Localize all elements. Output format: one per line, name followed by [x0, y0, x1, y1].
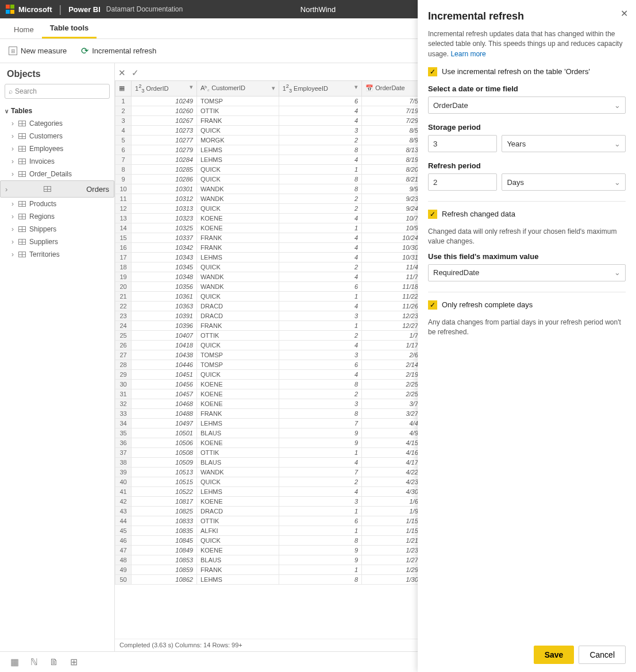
complete-days-desc: Any data changes from partial days in yo…	[428, 318, 626, 337]
new-measure-label: New measure	[21, 47, 67, 55]
table-icon	[18, 159, 26, 164]
sidebar-item-products[interactable]: Products	[0, 198, 114, 210]
table-icon	[18, 121, 26, 126]
sidebar-item-shippers[interactable]: Shippers	[0, 223, 114, 235]
refresh-period-unit[interactable]: Days⌄	[502, 173, 626, 191]
table-icon	[18, 214, 26, 219]
sidebar-item-regions[interactable]: Regions	[0, 210, 114, 223]
new-measure-button[interactable]: ⊞ New measure	[9, 47, 67, 55]
table-icon	[18, 201, 26, 207]
refresh-period-number[interactable]: 2	[428, 173, 497, 191]
chevron-down-icon: ⌄	[614, 268, 620, 277]
checkbox-icon: ✓	[428, 210, 437, 219]
sidebar-item-territories[interactable]: Territories	[0, 248, 114, 261]
view-measure-icon[interactable]: ⊞	[70, 656, 78, 667]
search-input[interactable]: ⌕ Search	[5, 84, 110, 99]
sidebar-item-categories[interactable]: Categories	[0, 117, 114, 130]
brand-product: Power BI	[68, 5, 101, 14]
brand-subtitle: Datamart Documentation	[106, 5, 183, 13]
storage-period-label: Storage period	[428, 123, 626, 132]
sidebar-item-employees[interactable]: Employees	[0, 142, 114, 155]
learn-more-link[interactable]: Learn more	[450, 50, 485, 58]
view-table-icon[interactable]: ▦	[10, 656, 19, 667]
chevron-down-icon: ⌄	[614, 101, 620, 110]
save-button[interactable]: Save	[534, 646, 575, 664]
workspace-title: NorthWind	[300, 5, 336, 14]
max-value-select[interactable]: RequiredDate⌄	[428, 264, 626, 281]
sidebar-item-customers[interactable]: Customers	[0, 130, 114, 142]
table-icon	[18, 239, 26, 245]
refresh-changed-checkbox[interactable]: ✓ Refresh changed data	[428, 210, 626, 219]
storage-period-unit[interactable]: Years⌄	[502, 135, 626, 152]
table-icon	[18, 226, 26, 232]
table-icon	[18, 252, 26, 257]
table-icon	[18, 146, 26, 152]
search-placeholder: Search	[15, 87, 37, 95]
microsoft-logo-icon	[6, 5, 15, 14]
column-header[interactable]: 123 OrderID ▾	[132, 81, 197, 96]
sidebar-header-tables[interactable]: Tables	[0, 102, 114, 117]
chevron-down-icon: ⌄	[614, 178, 620, 187]
storage-period-number[interactable]: 3	[428, 135, 497, 152]
column-header[interactable]: ▦	[115, 81, 132, 96]
use-incremental-label: Use incremental refresh on the table 'Or…	[442, 67, 590, 76]
complete-days-checkbox[interactable]: ✓ Only refresh complete days	[428, 300, 626, 310]
close-icon[interactable]: ✕	[620, 8, 628, 19]
cancel-icon[interactable]: ✕	[118, 68, 126, 78]
panel-title: Incremental refresh	[428, 10, 626, 22]
table-icon	[18, 133, 26, 139]
view-query-icon[interactable]: 🗎	[49, 657, 59, 667]
sidebar-item-invoices[interactable]: Invoices	[0, 155, 114, 168]
panel-description: Incremental refresh updates data that ha…	[428, 29, 626, 59]
cancel-button[interactable]: Cancel	[579, 646, 626, 664]
tab-table-tools[interactable]: Table tools	[42, 18, 97, 38]
brand-ms: Microsoft	[18, 5, 52, 14]
refresh-period-label: Refresh period	[428, 161, 626, 170]
checkbox-icon: ✓	[428, 67, 437, 76]
incremental-refresh-label: Incremental refresh	[92, 47, 156, 55]
tab-home[interactable]: Home	[6, 20, 42, 38]
column-header[interactable]: Aᵇ꜀ CustomerID ▾	[196, 81, 279, 96]
refresh-icon: ⟳	[81, 45, 88, 56]
sidebar-title: Objects	[0, 65, 114, 84]
changed-data-desc: Changed data will only refresh if your c…	[428, 227, 626, 246]
refresh-changed-label: Refresh changed data	[442, 210, 515, 218]
sidebar-item-orders[interactable]: Orders	[0, 180, 114, 198]
complete-days-label: Only refresh complete days	[442, 300, 533, 309]
table-icon	[44, 186, 51, 192]
incremental-refresh-panel: ✕ Incremental refresh Incremental refres…	[418, 0, 636, 672]
checkbox-icon: ✓	[428, 300, 437, 310]
search-icon: ⌕	[9, 87, 13, 95]
brand-divider: |	[59, 3, 62, 16]
measure-icon: ⊞	[9, 47, 17, 55]
date-field-label: Select a date or time field	[428, 84, 626, 93]
use-incremental-checkbox[interactable]: ✓ Use incremental refresh on the table '…	[428, 67, 626, 76]
confirm-icon[interactable]: ✓	[132, 68, 139, 78]
table-icon	[18, 171, 26, 177]
date-field-select[interactable]: OrderDate⌄	[428, 96, 626, 114]
max-value-label: Use this field's maximum value	[428, 252, 626, 261]
column-header[interactable]: 123 EmployeeID ▾	[279, 81, 362, 96]
view-model-icon[interactable]: ℕ	[30, 656, 38, 667]
sidebar-item-order_details[interactable]: Order_Details	[0, 168, 114, 180]
incremental-refresh-button[interactable]: ⟳ Incremental refresh	[81, 45, 156, 56]
date-field-value: OrderDate	[433, 101, 468, 110]
sidebar: Objects ⌕ Search Tables CategoriesCustom…	[0, 63, 115, 651]
sidebar-item-suppliers[interactable]: Suppliers	[0, 235, 114, 248]
chevron-down-icon: ⌄	[614, 140, 620, 148]
